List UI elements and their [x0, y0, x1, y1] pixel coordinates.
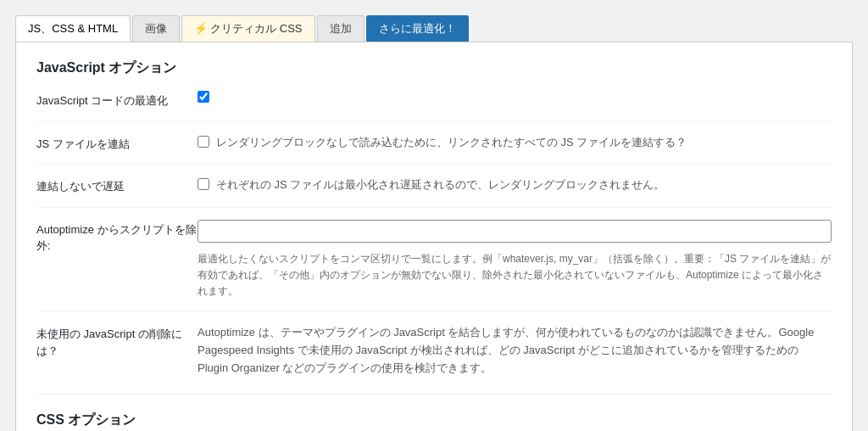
checkbox-js-concat[interactable] — [198, 136, 209, 148]
tabs-bar: JS、CSS & HTML 画像 ⚡クリティカル CSS 追加 さらに最適化！ — [8, 8, 860, 42]
js-exclude-input[interactable]: wp-includes/js/dist/, wp-includes/js/tin… — [198, 220, 832, 243]
option-content-js-concat: レンダリングブロックなしで読み込むために、リンクされたすべての JS ファイルを… — [198, 134, 832, 152]
js-concat-label[interactable]: レンダリングブロックなしで読み込むために、リンクされたすべての JS ファイルを… — [198, 134, 832, 152]
checkbox-js-optimize[interactable] — [198, 91, 209, 103]
option-label-js-unused: 未使用の JavaScript の削除には？ — [36, 324, 198, 359]
option-content-js-defer: それぞれの JS ファイルは最小化され遅延されるので、レンダリングブロックされま… — [198, 176, 832, 194]
checkbox-js-defer[interactable] — [198, 178, 209, 190]
option-label-js-optimize: JavaScript コードの最適化 — [36, 91, 198, 109]
lightning-icon: ⚡ — [194, 22, 208, 35]
option-label-js-defer: 連結しないで遅延 — [36, 176, 198, 195]
tab-critical-css[interactable]: ⚡クリティカル CSS — [181, 15, 314, 42]
css-section-title: CSS オプション — [36, 411, 832, 429]
tab-image[interactable]: 画像 — [132, 15, 180, 42]
tab-optimize-more[interactable]: さらに最適化！ — [366, 15, 469, 42]
css-section: CSS オプション CSS コードを最適化 CSS ファイルを連結 すべてのリン… — [36, 394, 832, 431]
tab-add[interactable]: 追加 — [317, 15, 364, 42]
option-row-js-exclude: Autoptimize からスクリプトを除外: wp-includes/js/d… — [36, 220, 832, 313]
option-label-js-concat: JS ファイルを連結 — [36, 134, 198, 153]
option-content-js-optimize — [198, 91, 832, 109]
js-defer-label[interactable]: それぞれの JS ファイルは最小化され遅延されるので、レンダリングブロックされま… — [198, 176, 832, 194]
option-row-js-unused: 未使用の JavaScript の削除には？ Autoptimize は、テーマ… — [36, 324, 832, 377]
js-exclude-description: 最適化したくないスクリプトをコンマ区切りで一覧にします。例「whatever.j… — [198, 251, 832, 300]
option-label-js-exclude: Autoptimize からスクリプトを除外: — [36, 220, 198, 255]
option-content-js-unused: Autoptimize は、テーマやプラグインの JavaScript を結合し… — [198, 324, 832, 377]
tab-js-css-html[interactable]: JS、CSS & HTML — [15, 15, 131, 42]
content-area: JavaScript オプション JavaScript コードの最適化 JS フ… — [15, 42, 853, 431]
js-section-title: JavaScript オプション — [36, 59, 832, 77]
option-content-js-exclude: wp-includes/js/dist/, wp-includes/js/tin… — [198, 220, 832, 300]
option-row-js-defer: 連結しないで遅延 それぞれの JS ファイルは最小化され遅延されるので、レンダリ… — [36, 176, 832, 208]
js-unused-text: Autoptimize は、テーマやプラグインの JavaScript を結合し… — [198, 324, 832, 377]
option-row-js-optimize: JavaScript コードの最適化 — [36, 91, 832, 122]
option-row-js-concat: JS ファイルを連結 レンダリングブロックなしで読み込むために、リンクされたすべ… — [36, 134, 832, 165]
js-section: JavaScript オプション JavaScript コードの最適化 JS フ… — [36, 59, 832, 377]
